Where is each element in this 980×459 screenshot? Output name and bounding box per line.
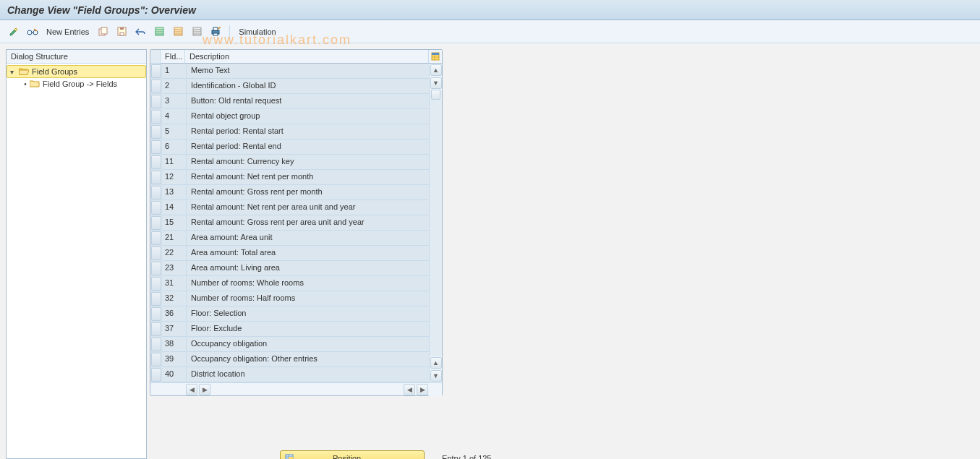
table-row[interactable]: 39Occupancy obligation: Other entries [150, 352, 429, 367]
row-grip[interactable] [151, 110, 161, 124]
scroll-thumb[interactable] [431, 90, 440, 100]
select-all-icon[interactable] [151, 24, 167, 40]
undo-icon[interactable] [132, 24, 148, 40]
cell-fld[interactable]: 38 [162, 337, 187, 352]
row-grip[interactable] [151, 171, 161, 184]
cell-fld[interactable]: 2 [162, 79, 187, 94]
position-button[interactable]: Position... [280, 450, 425, 459]
table-row[interactable]: 6Rental period: Rental end [150, 140, 429, 155]
row-grip[interactable] [151, 277, 161, 291]
row-grip[interactable] [151, 201, 161, 215]
table-row[interactable]: 12Rental amount: Net rent per month [150, 170, 429, 185]
cell-description[interactable]: Floor: Selection [187, 306, 429, 322]
cell-fld[interactable]: 23 [162, 261, 187, 276]
row-grip[interactable] [151, 140, 161, 154]
row-grip[interactable] [151, 95, 161, 108]
cell-description[interactable]: Area amount: Total area [187, 246, 429, 261]
cell-fld[interactable]: 22 [162, 246, 187, 261]
toggle-edit-icon[interactable] [6, 24, 22, 40]
table-row[interactable]: 22Area amount: Total area [150, 246, 429, 261]
cell-fld[interactable]: 1 [162, 64, 187, 79]
cell-fld[interactable]: 3 [162, 94, 187, 109]
scroll-right-end-icon[interactable]: ▶ [417, 384, 428, 395]
table-row[interactable]: 15Rental amount: Gross rent per area uni… [150, 215, 429, 231]
tree-item-field-group-fields[interactable]: • Field Group -> Fields [7, 78, 146, 90]
table-row[interactable]: 36Floor: Selection [150, 306, 429, 322]
row-grip[interactable] [151, 231, 161, 245]
row-grip[interactable] [151, 216, 161, 230]
row-grip[interactable] [151, 186, 161, 200]
cell-fld[interactable]: 37 [162, 322, 187, 337]
cell-fld[interactable]: 21 [162, 231, 187, 246]
scroll-left-icon[interactable]: ◀ [186, 384, 197, 395]
scroll-down-icon[interactable]: ▼ [430, 77, 442, 89]
cell-description[interactable]: Floor: Exclude [187, 322, 429, 337]
cell-description[interactable]: Rental amount: Net rent per area unit an… [187, 200, 429, 215]
table-row[interactable]: 32Number of rooms: Half rooms [150, 291, 429, 306]
cell-fld[interactable]: 11 [162, 155, 187, 170]
horizontal-scrollbar[interactable]: ◀ ▶ ◀ ▶ [150, 382, 442, 395]
cell-fld[interactable]: 36 [162, 306, 187, 322]
cell-description[interactable]: Memo Text [187, 64, 429, 79]
cell-description[interactable]: Area amount: Living area [187, 261, 429, 276]
row-grip[interactable] [151, 125, 161, 139]
cell-description[interactable]: Occupancy obligation: Other entries [187, 352, 429, 367]
cell-description[interactable]: Number of rooms: Whole rooms [187, 276, 429, 291]
cell-description[interactable]: Rental amount: Gross rent per month [187, 185, 429, 200]
scroll-right-icon[interactable]: ▶ [199, 384, 210, 395]
cell-fld[interactable]: 4 [162, 109, 187, 124]
scroll-left-end-icon[interactable]: ◀ [404, 384, 415, 395]
cell-fld[interactable]: 6 [162, 140, 187, 155]
cell-description[interactable]: Rental object group [187, 109, 429, 124]
print-icon[interactable] [208, 24, 223, 40]
table-row[interactable]: 11Rental amount: Currency key [150, 155, 429, 170]
cell-fld[interactable]: 13 [162, 185, 187, 200]
cell-fld[interactable]: 40 [162, 367, 187, 382]
cell-description[interactable]: Rental period: Rental end [187, 140, 429, 155]
cell-description[interactable]: Rental amount: Gross rent per area unit … [187, 215, 429, 231]
scroll-track[interactable] [430, 90, 442, 356]
deselect-all-icon[interactable] [189, 24, 205, 40]
table-row[interactable]: 5Rental period: Rental start [150, 124, 429, 140]
scroll-up-icon[interactable]: ▲ [430, 64, 442, 76]
row-grip[interactable] [151, 307, 161, 321]
tree-collapse-icon[interactable]: ▾ [10, 68, 17, 76]
copy-icon[interactable] [95, 24, 111, 40]
table-settings-button[interactable] [429, 50, 442, 64]
simulation-button[interactable]: Simulation [236, 27, 278, 36]
column-header-description[interactable]: Description [185, 50, 429, 64]
cell-description[interactable]: Area amount: Area unit [187, 231, 429, 246]
row-grip[interactable] [151, 368, 161, 382]
cell-fld[interactable]: 32 [162, 291, 187, 306]
table-row[interactable]: 4Rental object group [150, 109, 429, 124]
row-grip[interactable] [151, 64, 161, 78]
cell-description[interactable]: Rental period: Rental start [187, 124, 429, 140]
cell-description[interactable]: Rental amount: Currency key [187, 155, 429, 170]
table-row[interactable]: 1Memo Text [150, 64, 429, 79]
cell-description[interactable]: Rental amount: Net rent per month [187, 170, 429, 185]
row-grip[interactable] [151, 155, 161, 169]
row-grip[interactable] [151, 292, 161, 306]
table-row[interactable]: 38Occupancy obligation [150, 337, 429, 352]
cell-fld[interactable]: 5 [162, 124, 187, 140]
table-row[interactable]: 2Identification - Global ID [150, 79, 429, 94]
table-row[interactable]: 13Rental amount: Gross rent per month [150, 185, 429, 200]
scroll-page-up-icon[interactable]: ▲ [430, 357, 442, 369]
row-grip[interactable] [151, 338, 161, 351]
table-row[interactable]: 21Area amount: Area unit [150, 231, 429, 246]
table-row[interactable]: 3Button: Old rental request [150, 94, 429, 109]
tree-item-field-groups[interactable]: ▾ Field Groups [7, 65, 146, 78]
glasses-select-icon[interactable] [25, 24, 41, 40]
cell-fld[interactable]: 14 [162, 200, 187, 215]
row-grip[interactable] [151, 353, 161, 366]
table-row[interactable]: 23Area amount: Living area [150, 261, 429, 276]
cell-description[interactable]: Button: Old rental request [187, 94, 429, 109]
row-grip[interactable] [151, 322, 161, 336]
cell-fld[interactable]: 12 [162, 170, 187, 185]
column-header-fld[interactable]: Fld... [161, 50, 185, 64]
table-row[interactable]: 14Rental amount: Net rent per area unit … [150, 200, 429, 215]
table-row[interactable]: 31Number of rooms: Whole rooms [150, 276, 429, 291]
scroll-page-down-icon[interactable]: ▼ [430, 370, 442, 382]
cell-fld[interactable]: 39 [162, 352, 187, 367]
cell-fld[interactable]: 15 [162, 215, 187, 231]
